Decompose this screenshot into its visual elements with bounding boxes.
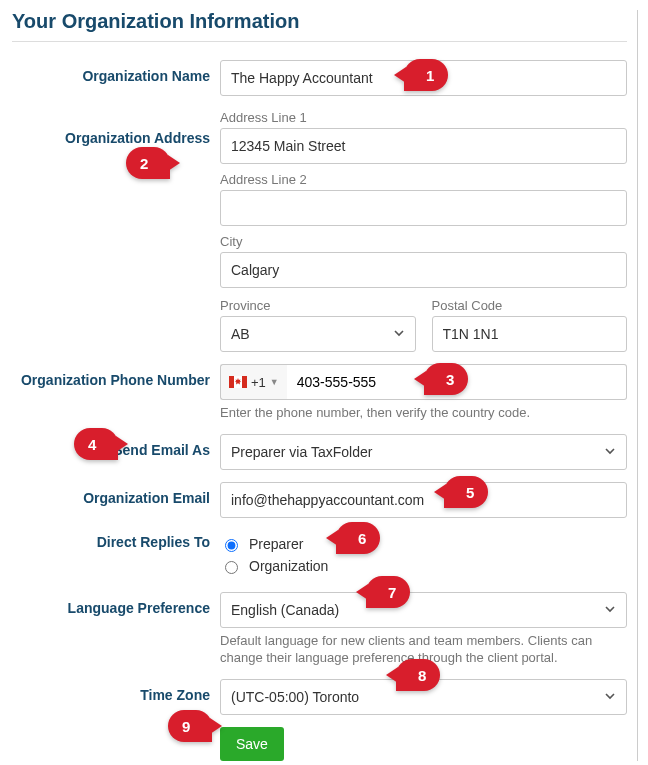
chevron-down-icon bbox=[393, 326, 405, 342]
label-direct-replies: Direct Replies To bbox=[12, 530, 220, 550]
caret-down-icon: ▼ bbox=[270, 377, 279, 387]
chevron-down-icon bbox=[604, 444, 616, 460]
label-address-line-1: Address Line 1 bbox=[220, 110, 627, 125]
phone-helper-text: Enter the phone number, then verify the … bbox=[220, 404, 627, 422]
save-button[interactable]: Save bbox=[220, 727, 284, 761]
language-select[interactable]: English (Canada) bbox=[220, 592, 627, 628]
svg-rect-2 bbox=[242, 376, 247, 388]
label-organization-address: Organization Address bbox=[12, 108, 220, 146]
label-address-line-2: Address Line 2 bbox=[220, 172, 627, 187]
dial-code: +1 bbox=[251, 375, 266, 390]
label-organization-name: Organization Name bbox=[12, 60, 220, 84]
label-organization-email: Organization Email bbox=[12, 482, 220, 506]
label-postal-code: Postal Code bbox=[432, 298, 628, 313]
phone-number-input[interactable] bbox=[287, 364, 627, 400]
organization-email-input[interactable] bbox=[220, 482, 627, 518]
flag-canada-icon bbox=[229, 376, 247, 388]
label-organization-phone: Organization Phone Number bbox=[12, 364, 220, 388]
section-title: Your Organization Information bbox=[12, 10, 627, 42]
radio-organization-input[interactable] bbox=[225, 561, 238, 574]
radio-preparer-input[interactable] bbox=[225, 539, 238, 552]
city-input[interactable] bbox=[220, 252, 627, 288]
language-value: English (Canada) bbox=[231, 602, 339, 618]
chevron-down-icon bbox=[604, 602, 616, 618]
address-line-1-input[interactable] bbox=[220, 128, 627, 164]
province-select[interactable]: AB bbox=[220, 316, 416, 352]
svg-rect-0 bbox=[229, 376, 234, 388]
label-city: City bbox=[220, 234, 627, 249]
label-language-preference: Language Preference bbox=[12, 592, 220, 616]
chevron-down-icon bbox=[604, 689, 616, 705]
phone-country-select[interactable]: +1 ▼ bbox=[220, 364, 287, 400]
radio-organization-label: Organization bbox=[249, 558, 328, 574]
radio-preparer[interactable]: Preparer bbox=[220, 536, 627, 552]
send-email-as-value: Preparer via TaxFolder bbox=[231, 444, 372, 460]
postal-code-input[interactable] bbox=[432, 316, 628, 352]
province-value: AB bbox=[231, 326, 250, 342]
address-line-2-input[interactable] bbox=[220, 190, 627, 226]
label-timezone: Time Zone bbox=[12, 679, 220, 703]
send-email-as-select[interactable]: Preparer via TaxFolder bbox=[220, 434, 627, 470]
timezone-value: (UTC-05:00) Toronto bbox=[231, 689, 359, 705]
timezone-select[interactable]: (UTC-05:00) Toronto bbox=[220, 679, 627, 715]
radio-organization[interactable]: Organization bbox=[220, 558, 627, 574]
label-province: Province bbox=[220, 298, 416, 313]
language-helper-text: Default language for new clients and tea… bbox=[220, 632, 627, 667]
radio-preparer-label: Preparer bbox=[249, 536, 303, 552]
label-send-email-as: Send Email As bbox=[12, 434, 220, 458]
organization-name-input[interactable] bbox=[220, 60, 627, 96]
